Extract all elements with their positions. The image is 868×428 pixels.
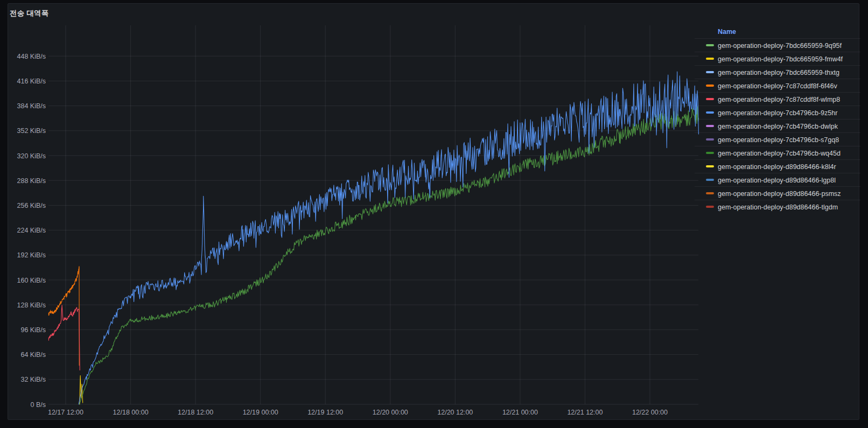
series-line-green-main-line: [80, 107, 699, 404]
y-tick-label: 192 KiB/s: [17, 251, 46, 259]
legend-row[interactable]: gem-operation-deploy-7cb4796cb-9z5hr: [695, 106, 860, 119]
legend-series-name: gem-operation-deploy-7cb4796cb-9z5hr: [718, 109, 837, 117]
legend: Name gem-operation-deploy-7bdc665959-9q9…: [695, 26, 860, 213]
series-color-swatch: [706, 179, 714, 181]
legend-series-name: gem-operation-deploy-7c87cddf8f-wlmp8: [718, 96, 840, 103]
y-tick-label: 416 KiB/s: [17, 78, 46, 85]
x-tick-label: 12/18 12:00: [178, 409, 213, 416]
legend-row[interactable]: gem-operation-deploy-7bdc665959-thxtg: [695, 65, 860, 79]
series-color-swatch: [706, 111, 714, 114]
legend-series-name: gem-operation-deploy-7cb4796cb-wq45d: [718, 150, 841, 157]
x-tick-label: 12/20 12:00: [437, 409, 473, 416]
series-color-swatch: [706, 58, 714, 60]
y-tick-label: 352 KiB/s: [17, 127, 46, 135]
y-tick-label: 64 KiB/s: [20, 351, 46, 359]
legend-header-name[interactable]: Name: [695, 26, 860, 38]
legend-row[interactable]: gem-operation-deploy-7cb4796cb-s7gq8: [695, 132, 860, 146]
legend-row[interactable]: gem-operation-deploy-d89d86466-k8l4r: [695, 159, 860, 173]
legend-row[interactable]: gem-operation-deploy-d89d86466-tlgdm: [695, 200, 860, 213]
legend-series-name: gem-operation-deploy-7bdc665959-9q95f: [718, 42, 842, 50]
legend-row[interactable]: gem-operation-deploy-d89d86466-lgp8l: [695, 173, 860, 186]
legend-series-name: gem-operation-deploy-7bdc665959-fmw4f: [718, 55, 843, 63]
legend-series-name: gem-operation-deploy-7cb4796cb-s7gq8: [718, 136, 839, 144]
y-tick-label: 96 KiB/s: [20, 326, 46, 334]
x-tick-label: 12/17 12:00: [48, 409, 83, 416]
series-color-swatch: [706, 85, 714, 87]
series-color-swatch: [706, 165, 714, 167]
series-line-orange-short-line: [48, 266, 79, 366]
legend-row[interactable]: gem-operation-deploy-7bdc665959-9q95f: [695, 38, 860, 52]
x-tick-label: 12/20 00:00: [373, 409, 408, 416]
y-tick-label: 256 KiB/s: [17, 202, 46, 209]
legend-row[interactable]: gem-operation-deploy-d89d86466-psmsz: [695, 186, 860, 200]
x-tick-label: 12/18 00:00: [113, 409, 149, 416]
legend-series-name: gem-operation-deploy-d89d86466-tlgdm: [718, 204, 838, 211]
legend-rows: gem-operation-deploy-7bdc665959-9q95fgem…: [695, 38, 860, 213]
legend-series-name: gem-operation-deploy-d89d86466-lgp8l: [718, 177, 836, 184]
legend-series-name: gem-operation-deploy-7bdc665959-thxtg: [718, 69, 839, 76]
legend-series-name: gem-operation-deploy-7cb4796cb-dwlpk: [718, 123, 838, 130]
x-tick-label: 12/21 12:00: [567, 409, 603, 416]
series-color-swatch: [706, 152, 714, 154]
series-line-red-short-line: [48, 305, 80, 370]
y-tick-label: 128 KiB/s: [17, 301, 46, 309]
series-color-swatch: [706, 44, 714, 46]
legend-series-name: gem-operation-deploy-d89d86466-k8l4r: [718, 163, 836, 171]
legend-row[interactable]: gem-operation-deploy-7bdc665959-fmw4f: [695, 52, 860, 65]
legend-row[interactable]: gem-operation-deploy-7c87cddf8f-wlmp8: [695, 92, 860, 106]
series-color-swatch: [706, 125, 714, 127]
y-tick-label: 32 KiB/s: [20, 376, 46, 383]
series-color-swatch: [706, 98, 714, 100]
x-tick-label: 12/19 00:00: [243, 409, 278, 416]
y-tick-label: 320 KiB/s: [17, 152, 46, 160]
series-color-swatch: [706, 206, 714, 208]
x-tick-label: 12/21 00:00: [502, 409, 538, 416]
y-tick-label: 224 KiB/s: [17, 227, 46, 234]
series-color-swatch: [706, 192, 714, 194]
legend-row[interactable]: gem-operation-deploy-7cb4796cb-wq45d: [695, 146, 860, 159]
y-tick-label: 384 KiB/s: [17, 102, 46, 110]
legend-series-name: gem-operation-deploy-7c87cddf8f-6f46v: [718, 82, 837, 90]
y-tick-label: 448 KiB/s: [17, 53, 46, 60]
y-tick-label: 0 B/s: [31, 401, 46, 409]
series-color-swatch: [706, 71, 714, 73]
y-tick-label: 160 KiB/s: [17, 277, 46, 284]
legend-row[interactable]: gem-operation-deploy-7c87cddf8f-6f46v: [695, 79, 860, 92]
legend-series-name: gem-operation-deploy-d89d86466-psmsz: [718, 190, 841, 198]
legend-row[interactable]: gem-operation-deploy-7cb4796cb-dwlpk: [695, 119, 860, 132]
grafana-dashboard: 전송 대역폭 0 B/s32 KiB/s64 KiB/s96 KiB/s128 …: [0, 0, 868, 428]
x-tick-label: 12/22 00:00: [632, 409, 668, 416]
series-color-swatch: [706, 138, 714, 141]
y-tick-label: 288 KiB/s: [17, 177, 46, 185]
x-tick-label: 12/19 12:00: [307, 409, 343, 416]
